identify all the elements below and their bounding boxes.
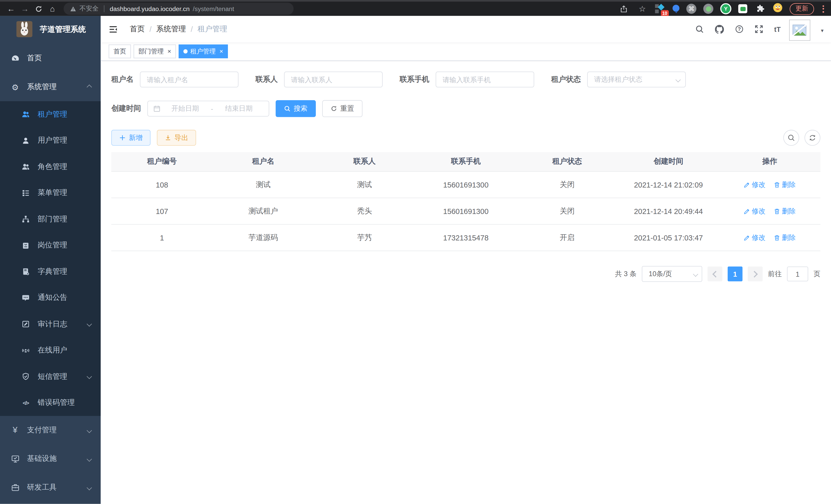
sidebar-item-role[interactable]: 角色管理: [0, 154, 101, 180]
sidebar-item-dict[interactable]: 字典管理: [0, 259, 101, 285]
extension-square-icon: [655, 9, 659, 13]
gear-icon: ⚙: [10, 83, 20, 91]
browser-back-icon[interactable]: ←: [5, 3, 17, 14]
address-bar[interactable]: 不安全 dashboard.yudao.iocoder.cn/system/te…: [64, 3, 294, 14]
col-tenant-name: 租户名: [212, 152, 314, 171]
tenant-name-input[interactable]: [140, 71, 239, 87]
refresh-table-button[interactable]: [805, 130, 821, 146]
profile-avatar-icon[interactable]: [773, 3, 783, 14]
page-jumper-input[interactable]: [787, 266, 808, 281]
page-number-button[interactable]: 1: [728, 266, 743, 281]
command-extension-icon[interactable]: ⌘: [686, 4, 696, 13]
reset-button-label: 重置: [340, 104, 354, 113]
cell-create-time: 2021-01-05 17:03:47: [618, 224, 719, 251]
col-actions: 操作: [719, 152, 820, 171]
extension-diamond-icon: [658, 4, 664, 10]
sidebar-logo[interactable]: 芋道管理系统: [0, 16, 101, 42]
tab-close-icon[interactable]: ×: [220, 48, 223, 55]
next-page-button[interactable]: [748, 266, 763, 281]
sidebar-item-home[interactable]: 首页: [0, 44, 101, 72]
col-status: 租户状态: [516, 152, 618, 171]
roles-users-icon: [21, 163, 30, 171]
breadcrumb-home[interactable]: 首页: [130, 24, 145, 34]
browser-update-button[interactable]: 更新: [790, 3, 814, 14]
sidebar-item-sms[interactable]: 短信管理: [0, 363, 101, 390]
create-time-label: 创建时间: [111, 104, 141, 113]
edit-link[interactable]: 修改: [744, 180, 766, 189]
sidebar-fold-icon[interactable]: [101, 16, 126, 42]
extensions-puzzle-icon[interactable]: [754, 3, 766, 14]
sidebar-item-user[interactable]: 用户管理: [0, 127, 101, 154]
chat-extension-icon[interactable]: [738, 4, 747, 13]
bookmark-star-icon[interactable]: ☆: [636, 3, 648, 14]
command-symbol: ⌘: [688, 5, 694, 12]
balloon-extension-icon[interactable]: [672, 5, 679, 13]
mobile-input[interactable]: [435, 71, 534, 87]
avatar-caret-down-icon[interactable]: ▾: [821, 28, 824, 33]
sidebar-item-audit-log[interactable]: 审计日志: [0, 311, 101, 337]
sidebar-item-infra[interactable]: 基础设施: [0, 444, 101, 473]
toggle-search-button[interactable]: [783, 130, 799, 146]
table-row: 1 芋道源码 芋艿 17321315478 开启 2021-01-05 17:0…: [111, 224, 821, 251]
sidebar-item-system[interactable]: ⚙ 系统管理: [0, 73, 101, 101]
edit-link[interactable]: 修改: [744, 233, 766, 242]
sidebar-item-post[interactable]: 岗位管理: [0, 232, 101, 259]
error-code-icon: </>: [21, 400, 30, 406]
browser-reload-icon[interactable]: [33, 3, 45, 14]
fullscreen-icon[interactable]: [754, 25, 763, 33]
sidebar-item-error-code[interactable]: </> 错误码管理: [0, 390, 101, 416]
font-size-icon[interactable]: tT: [774, 25, 781, 33]
sidebar-item-dept[interactable]: 部门管理: [0, 206, 101, 232]
tab-dept[interactable]: 部门管理 ×: [134, 45, 176, 58]
browser-menu-icon[interactable]: [821, 5, 826, 12]
delete-link[interactable]: 删除: [774, 206, 796, 216]
delete-link[interactable]: 删除: [774, 180, 796, 189]
extension-badge-icon[interactable]: 10: [655, 3, 665, 14]
user-avatar[interactable]: [789, 20, 810, 41]
extension-count-badge: 10: [661, 10, 669, 16]
page-size-select[interactable]: 10条/页: [642, 266, 702, 282]
share-icon[interactable]: [618, 3, 630, 14]
recorder-extension-icon[interactable]: [703, 4, 713, 13]
pencil-icon: [744, 208, 750, 214]
sidebar-item-notice[interactable]: 通知公告: [0, 285, 101, 311]
pencil-icon: [744, 181, 750, 188]
github-icon[interactable]: [715, 25, 724, 34]
browser-toolbar: ← → ⌂ 不安全 dashboard.yudao.iocoder.cn/sys…: [0, 0, 831, 16]
sidebar-menu: 首页 ⚙ 系统管理 租户管理: [0, 42, 101, 502]
sidebar-item-devtools[interactable]: 研发工具: [0, 473, 101, 502]
yudao-extension-icon[interactable]: Y: [720, 3, 731, 14]
sidebar-item-pay[interactable]: ¥ 支付管理: [0, 416, 101, 444]
sidebar-item-label: 首页: [27, 53, 42, 63]
breadcrumb-system[interactable]: 系统管理: [156, 24, 186, 34]
tab-close-icon[interactable]: ×: [168, 48, 171, 55]
prev-page-button[interactable]: [708, 266, 722, 281]
sidebar-item-online-users[interactable]: 在线用户: [0, 337, 101, 363]
header-search-icon[interactable]: [695, 25, 704, 33]
status-select[interactable]: 请选择租户状态: [587, 71, 686, 87]
chevron-down-icon: [693, 271, 698, 276]
reset-button[interactable]: 重置: [322, 100, 363, 117]
chevron-left-icon: [712, 270, 719, 277]
browser-forward-icon[interactable]: →: [19, 3, 31, 14]
download-icon: [165, 135, 171, 141]
sidebar-item-menu[interactable]: 菜单管理: [0, 180, 101, 206]
search-button[interactable]: 搜索: [276, 100, 316, 117]
add-button[interactable]: 新增: [111, 130, 150, 146]
cell-tenant-name: 芋道源码: [212, 224, 314, 251]
help-icon[interactable]: ?: [735, 25, 743, 33]
tab-home[interactable]: 首页: [109, 45, 131, 58]
date-range-picker[interactable]: 开始日期 - 结束日期: [147, 101, 269, 117]
sidebar-item-label: 基础设施: [27, 454, 57, 464]
search-icon: [284, 105, 291, 112]
delete-link[interactable]: 删除: [774, 233, 796, 242]
browser-home-icon[interactable]: ⌂: [47, 3, 58, 14]
sidebar-item-tenant[interactable]: 租户管理: [0, 101, 101, 127]
edit-link[interactable]: 修改: [744, 206, 766, 216]
tags-view-bar: 首页 部门管理 × 租户管理 ×: [101, 42, 831, 61]
tab-tenant[interactable]: 租户管理 ×: [179, 45, 228, 58]
chevron-right-icon: [751, 270, 758, 277]
export-button[interactable]: 导出: [157, 130, 196, 146]
contact-input[interactable]: [284, 71, 383, 87]
broken-image-icon: [790, 21, 809, 39]
